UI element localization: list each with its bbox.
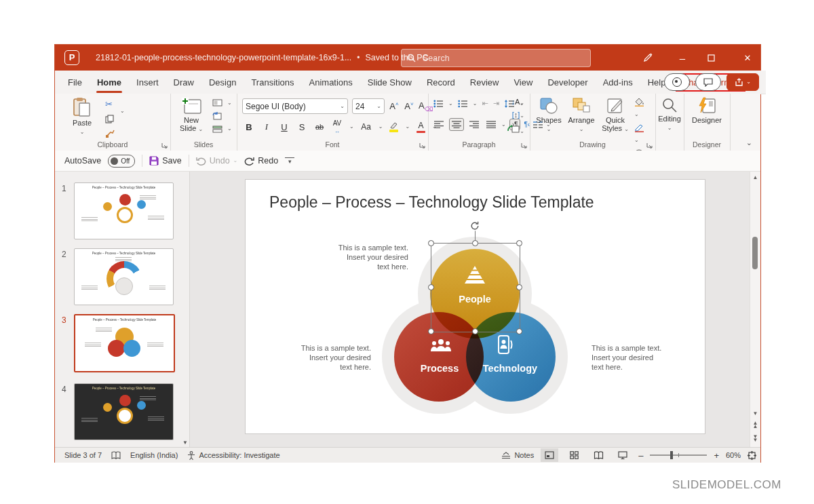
redo-button[interactable]: Redo	[244, 156, 278, 166]
notes-button[interactable]: Notes	[501, 451, 534, 459]
change-case-button[interactable]: Aa	[361, 122, 372, 132]
selection-handle[interactable]	[428, 240, 434, 246]
search-box[interactable]	[401, 49, 591, 67]
fit-slide-to-window-button[interactable]	[748, 451, 756, 460]
tab-animations[interactable]: Animations	[302, 73, 360, 92]
tab-home[interactable]: Home	[90, 73, 129, 92]
numbering-chevron-icon[interactable]	[473, 101, 478, 106]
zoom-slider[interactable]	[650, 454, 707, 456]
tab-draw[interactable]: Draw	[166, 73, 201, 92]
autosave-toggle[interactable]: Off	[108, 155, 135, 168]
underline-button[interactable]: U	[279, 122, 290, 132]
sample-text-right[interactable]: This is a sample text.Insert your desire…	[592, 343, 700, 372]
reset-slide-button[interactable]	[212, 112, 222, 120]
zoom-in-button[interactable]: +	[714, 450, 719, 461]
font-color-button[interactable]: A	[416, 121, 425, 134]
slide-sorter-view-button[interactable]	[565, 448, 583, 462]
increase-font-size-button[interactable]: A˄	[389, 101, 400, 111]
slide-thumbnail-2[interactable]: People – Process – Technology Slide Temp…	[74, 248, 174, 305]
selection-handle[interactable]	[472, 328, 478, 334]
minimize-button[interactable]	[675, 52, 690, 64]
scrollbar-thumb[interactable]	[752, 237, 758, 269]
accessibility-status[interactable]: Accessibility: Investigate	[187, 451, 279, 460]
decrease-indent-button[interactable]: ⇤	[482, 99, 488, 108]
paragraph-dialog-launcher-icon[interactable]	[521, 142, 527, 149]
cut-button[interactable]: ✂	[105, 99, 115, 109]
undo-button[interactable]: Undo	[196, 156, 238, 166]
align-text-button[interactable]: [↕]	[512, 111, 524, 119]
slide-layout-button[interactable]	[212, 99, 222, 106]
italic-button[interactable]: I	[261, 121, 272, 132]
scroll-down-icon[interactable]: ▼	[750, 410, 760, 416]
align-left-button[interactable]	[432, 119, 446, 130]
decrease-font-size-button[interactable]: A˅	[404, 101, 414, 111]
font-size-combobox[interactable]: 24	[352, 98, 385, 114]
text-direction-button[interactable]: ↓A	[511, 98, 524, 106]
editing-button[interactable]: Editing	[655, 97, 684, 131]
highlight-chevron-icon[interactable]	[405, 124, 410, 130]
reading-view-button[interactable]	[589, 448, 607, 462]
layout-chevron-icon[interactable]	[227, 100, 232, 106]
close-button[interactable]	[740, 53, 755, 63]
current-slide[interactable]: People – Process – Technology Slide Temp…	[245, 179, 705, 434]
justify-button[interactable]	[484, 119, 498, 130]
selection-handle[interactable]	[516, 328, 522, 334]
tab-slide-show[interactable]: Slide Show	[360, 73, 419, 92]
character-spacing-chevron-icon[interactable]	[349, 124, 354, 130]
rotation-handle-icon[interactable]	[469, 220, 480, 231]
strikethrough-button[interactable]: ab	[314, 123, 325, 131]
font-dialog-launcher-icon[interactable]	[419, 142, 425, 149]
drawing-dialog-launcher-icon[interactable]	[646, 142, 653, 149]
paste-button[interactable]: Paste	[67, 97, 97, 135]
comments-button[interactable]	[695, 73, 721, 91]
new-slide-button[interactable]: New Slide	[176, 97, 207, 132]
zoom-slider-thumb[interactable]	[670, 451, 673, 459]
sample-text-bottom-left[interactable]: This is a sample text.Insert your desire…	[269, 343, 371, 372]
selection-handle[interactable]	[428, 284, 434, 290]
shape-fill-button[interactable]	[634, 98, 644, 119]
language-indicator[interactable]: English (India)	[130, 451, 178, 459]
tab-developer[interactable]: Developer	[540, 73, 595, 92]
align-right-button[interactable]	[467, 119, 481, 130]
thumbnail-scroll-down-icon[interactable]	[182, 440, 188, 446]
normal-view-button[interactable]	[541, 448, 558, 462]
spellcheck-book-icon[interactable]	[111, 451, 121, 459]
font-name-combobox[interactable]: Segoe UI (Body)	[242, 98, 348, 114]
sample-text-top-left[interactable]: This is a sample text.Insert your desire…	[307, 243, 408, 271]
section-button[interactable]	[212, 125, 222, 133]
slide-title[interactable]: People – Process – Technology Slide Temp…	[269, 193, 594, 212]
tab-record[interactable]: Record	[419, 73, 463, 92]
slide-thumbnail-1[interactable]: People – Process – Technology Slide Temp…	[74, 182, 174, 239]
selection-handle[interactable]	[472, 240, 478, 246]
powerpoint-app-icon[interactable]: P	[64, 50, 79, 65]
rtl-direction-button[interactable]: ¶‹	[524, 121, 530, 128]
bold-button[interactable]: B	[244, 122, 254, 132]
align-center-button[interactable]	[449, 118, 464, 131]
previous-slide-button[interactable]: ▲▲	[750, 421, 760, 428]
quick-styles-button[interactable]: Quick Styles	[599, 97, 632, 132]
slide-thumbnail-4[interactable]: People – Process – Technology Slide Temp…	[74, 383, 174, 440]
text-highlight-button[interactable]	[389, 121, 398, 132]
tab-transitions[interactable]: Transitions	[244, 73, 301, 92]
text-shadow-button[interactable]: S	[296, 122, 307, 132]
zoom-level[interactable]: 60%	[726, 451, 741, 459]
tab-design[interactable]: Design	[201, 73, 244, 92]
selection-handle[interactable]	[516, 240, 522, 246]
arrange-button[interactable]: Arrange	[565, 97, 598, 132]
record-button[interactable]	[664, 73, 690, 91]
customize-qat-chevron-icon[interactable]	[285, 157, 294, 165]
tab-add-ins[interactable]: Add-ins	[596, 73, 640, 92]
change-case-chevron-icon[interactable]	[379, 124, 383, 130]
slide-thumbnail-3-selected[interactable]: People – Process – Technology Slide Temp…	[74, 314, 175, 372]
shapes-button[interactable]: Shapes	[534, 97, 564, 132]
tab-view[interactable]: View	[506, 73, 540, 92]
designer-button[interactable]: Designer	[689, 97, 724, 124]
tab-review[interactable]: Review	[463, 73, 507, 92]
numbering-button[interactable]	[458, 100, 468, 108]
scroll-up-icon[interactable]: ▲	[750, 174, 760, 180]
ink-pen-icon[interactable]	[642, 52, 657, 63]
bullets-chevron-icon[interactable]	[448, 101, 453, 106]
search-input[interactable]	[421, 53, 573, 64]
section-chevron-icon[interactable]	[227, 126, 232, 132]
shape-selection-rectangle[interactable]	[431, 243, 520, 332]
